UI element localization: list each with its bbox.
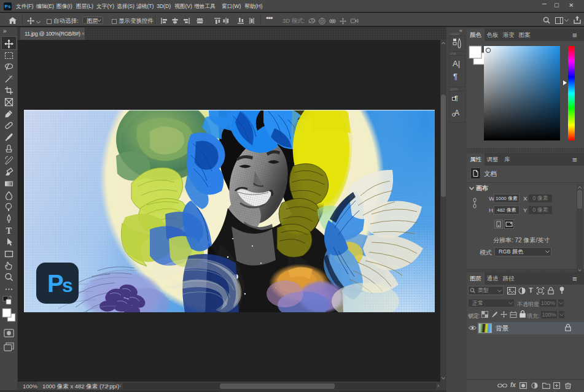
- svg-text:s: s: [62, 274, 73, 296]
- svg-text:T: T: [6, 226, 12, 236]
- svg-text:P: P: [47, 270, 64, 297]
